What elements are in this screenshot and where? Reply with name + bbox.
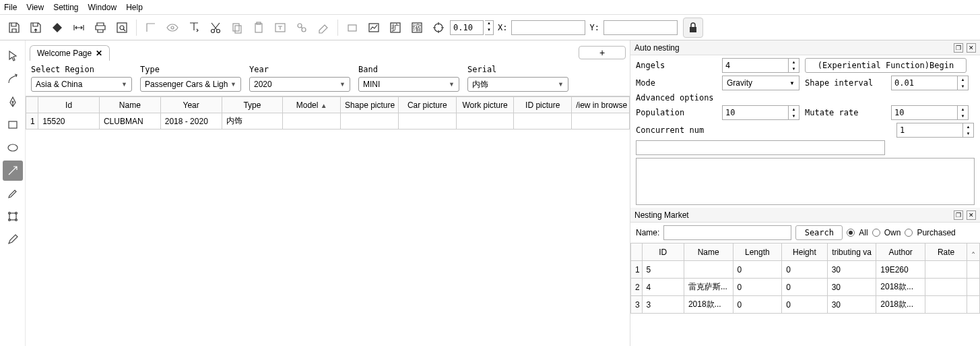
arrow-tool-icon[interactable] bbox=[3, 161, 23, 181]
corner-icon[interactable] bbox=[141, 18, 161, 38]
col-car-picture[interactable]: Car picture bbox=[398, 97, 456, 113]
fit-width-icon[interactable] bbox=[69, 18, 89, 38]
spin-up-icon[interactable]: ▲ bbox=[958, 106, 968, 113]
brush-tool-icon[interactable] bbox=[3, 183, 23, 204]
menu-window[interactable]: Window bbox=[88, 3, 117, 12]
mcol-tributing[interactable]: tributing va bbox=[827, 243, 876, 261]
print-icon[interactable] bbox=[90, 18, 110, 38]
preview-icon[interactable] bbox=[112, 18, 132, 38]
menu-file[interactable]: File bbox=[4, 3, 17, 12]
text-box-icon[interactable] bbox=[270, 18, 290, 38]
rect-icon[interactable] bbox=[342, 18, 362, 38]
lock-icon[interactable] bbox=[683, 18, 703, 38]
tab-close-icon[interactable]: ✕ bbox=[96, 49, 102, 58]
col-shape-picture[interactable]: Shape picture bbox=[341, 97, 399, 113]
step-down-icon[interactable]: ▼ bbox=[485, 28, 493, 34]
mcol-height[interactable]: Height bbox=[782, 243, 827, 261]
radio-own[interactable] bbox=[872, 229, 880, 237]
population-spinner[interactable]: ▲▼ bbox=[722, 105, 799, 120]
menu-help[interactable]: Help bbox=[126, 3, 143, 12]
concurrent-spinner[interactable]: ▲▼ bbox=[896, 123, 974, 138]
paste-icon[interactable] bbox=[249, 18, 269, 38]
group-icon[interactable] bbox=[292, 18, 312, 38]
menu-setting[interactable]: Setting bbox=[53, 3, 78, 12]
spin-down-icon[interactable]: ▼ bbox=[958, 113, 968, 119]
nesting-textarea[interactable] bbox=[636, 158, 975, 205]
mcol-length[interactable]: Length bbox=[733, 243, 782, 261]
spin-down-icon[interactable]: ▼ bbox=[789, 65, 799, 72]
text-icon[interactable] bbox=[184, 18, 204, 38]
year-combo[interactable]: 2020▼ bbox=[249, 77, 350, 92]
tab-welcome-label: Welcome Page bbox=[37, 49, 92, 58]
panel-restore-icon[interactable]: ❐ bbox=[954, 210, 963, 220]
spin-down-icon[interactable]: ▼ bbox=[789, 113, 799, 119]
search-button[interactable]: Search bbox=[795, 225, 843, 240]
begin-button[interactable]: (Experiential Function)Begin bbox=[805, 58, 967, 73]
save-as-icon[interactable] bbox=[26, 18, 46, 38]
spin-up-icon[interactable]: ▲ bbox=[789, 59, 799, 65]
col-model[interactable]: Model ▲ bbox=[283, 97, 341, 113]
tab-welcome[interactable]: Welcome Page ✕ bbox=[30, 45, 110, 61]
copy-icon[interactable] bbox=[227, 18, 247, 38]
spin-up-icon[interactable]: ▲ bbox=[789, 106, 799, 113]
market-row[interactable]: 3 32018款...00302018款... bbox=[631, 296, 980, 314]
type-combo[interactable]: Passenger Cars & Ligh▼ bbox=[140, 77, 241, 92]
spin-down-icon[interactable]: ▼ bbox=[958, 83, 968, 90]
step-size-field[interactable] bbox=[450, 20, 484, 35]
shape-interval-spinner[interactable]: ▲▼ bbox=[891, 76, 969, 90]
col-name[interactable]: Name bbox=[99, 97, 160, 113]
step-up-icon[interactable]: ▲ bbox=[485, 21, 493, 28]
nesting-text-field[interactable] bbox=[636, 140, 885, 155]
x-coord-field[interactable] bbox=[511, 20, 585, 35]
mcol-author[interactable]: Author bbox=[876, 243, 925, 261]
serial-combo[interactable]: 内饰▼ bbox=[467, 77, 568, 92]
radio-all[interactable] bbox=[847, 229, 855, 237]
save-icon[interactable] bbox=[4, 18, 24, 38]
region-combo[interactable]: Asia & China▼ bbox=[31, 77, 132, 92]
band-combo[interactable]: MINI▼ bbox=[358, 77, 459, 92]
chart-icon[interactable] bbox=[364, 18, 384, 38]
spin-up-icon[interactable]: ▲ bbox=[963, 123, 973, 130]
rectangle-tool-icon[interactable] bbox=[3, 115, 23, 135]
panel-close-icon[interactable]: ✕ bbox=[967, 210, 976, 220]
mcol-id[interactable]: ID bbox=[642, 243, 684, 261]
market-row[interactable]: 1 5003019E260 bbox=[631, 261, 980, 279]
region-label: Select Region bbox=[31, 65, 132, 74]
col-type[interactable]: Type bbox=[222, 97, 283, 113]
eye-icon[interactable] bbox=[162, 18, 183, 38]
col-id[interactable]: Id bbox=[38, 97, 100, 113]
mutate-rate-spinner[interactable]: ▲▼ bbox=[891, 105, 969, 120]
spin-down-icon[interactable]: ▼ bbox=[963, 130, 973, 137]
mode-combo[interactable]: Gravity▼ bbox=[722, 76, 799, 90]
shrink-icon[interactable]: 缩 bbox=[407, 18, 427, 38]
mcol-name[interactable]: Name bbox=[684, 243, 733, 261]
table-row[interactable]: 1 15520 CLUBMAN 2018 - 2020 内饰 bbox=[26, 113, 630, 129]
pencil-tool-icon[interactable] bbox=[3, 229, 23, 250]
menu-view[interactable]: View bbox=[26, 3, 44, 12]
target-icon[interactable] bbox=[428, 18, 449, 38]
col-id-picture[interactable]: ID picture bbox=[514, 97, 572, 113]
y-coord-field[interactable] bbox=[603, 20, 678, 35]
erase-icon[interactable] bbox=[313, 18, 333, 38]
panel-restore-icon[interactable]: ❐ bbox=[954, 43, 963, 53]
ellipse-tool-icon[interactable] bbox=[3, 138, 23, 158]
col-view-browser[interactable]: /iew in browse bbox=[572, 97, 630, 113]
market-name-field[interactable] bbox=[663, 225, 791, 240]
transform-tool-icon[interactable] bbox=[3, 206, 23, 227]
pointer-tool-icon[interactable] bbox=[3, 46, 23, 66]
add-tab-button[interactable]: + bbox=[579, 46, 626, 59]
curve-tool-icon[interactable] bbox=[3, 69, 23, 89]
angels-spinner[interactable]: ▲▼ bbox=[722, 58, 799, 73]
market-row[interactable]: 2 4雷克萨斯...00302018款... bbox=[631, 279, 980, 296]
cut-icon[interactable] bbox=[205, 18, 226, 38]
diamond-icon[interactable] bbox=[47, 18, 67, 38]
col-year[interactable]: Year bbox=[160, 97, 222, 113]
col-work-picture[interactable]: Work picture bbox=[456, 97, 514, 113]
radio-purchased[interactable] bbox=[905, 229, 913, 237]
spin-up-icon[interactable]: ▲ bbox=[958, 76, 968, 83]
pen-tool-icon[interactable] bbox=[3, 92, 23, 112]
mcol-rate[interactable]: Rate bbox=[925, 243, 967, 261]
year-label: Year bbox=[249, 65, 350, 74]
expand-icon[interactable]: 扩 bbox=[385, 18, 405, 38]
panel-close-icon[interactable]: ✕ bbox=[967, 43, 976, 53]
